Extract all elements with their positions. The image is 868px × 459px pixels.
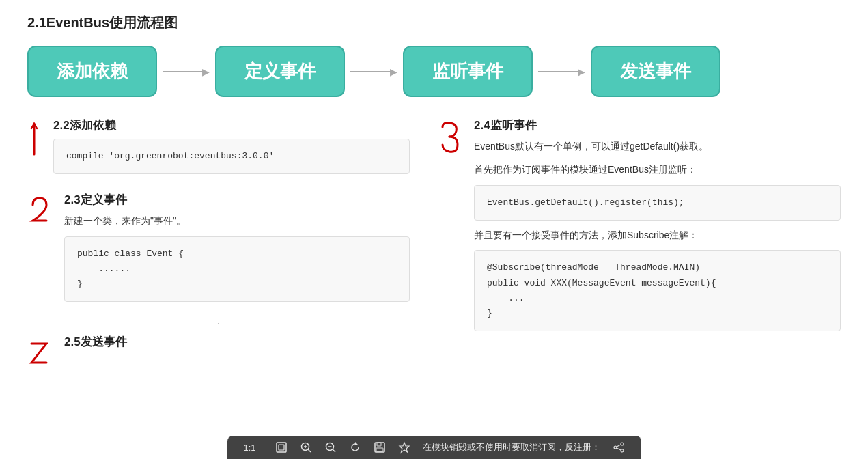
toolbar-description: 在模块销毁或不使用时要取消订阅，反注册：	[423, 441, 600, 454]
number-1-icon	[27, 120, 41, 161]
svg-line-18	[617, 448, 621, 450]
flow-arrow-3	[538, 66, 585, 77]
code2-line-4: }	[487, 306, 828, 321]
section-24-desc2: 首先把作为订阅事件的模块通过EventBus注册监听：	[474, 162, 841, 178]
section-23-title: 2.3定义事件	[64, 192, 410, 208]
code2-line-3: ...	[487, 291, 828, 306]
svg-line-5	[308, 449, 311, 452]
section-22: 2.2添加依赖 compile 'org.greenrobot:eventbus…	[27, 117, 410, 181]
bottom-toolbar: 1:1	[227, 436, 641, 459]
save-icon	[374, 441, 386, 454]
svg-line-17	[617, 445, 621, 447]
code2-line-2: public void XXX(MessageEvent messageEven…	[487, 276, 828, 291]
left-column: 2.2添加依赖 compile 'org.greenrobot:eventbus…	[27, 117, 410, 385]
flow-step-2: 定义事件	[215, 46, 345, 97]
svg-marker-9	[355, 442, 358, 445]
section-24-title: 2.4监听事件	[474, 117, 841, 133]
number-2-icon	[27, 195, 52, 238]
star-icon	[398, 441, 410, 454]
share-button[interactable]	[613, 441, 625, 454]
zoom-in-icon	[300, 441, 312, 454]
section-25-body: 2.5发送事件	[64, 334, 410, 355]
num-3-svg	[437, 120, 462, 168]
zoom-out-icon	[324, 441, 337, 454]
svg-rect-1	[279, 445, 284, 450]
flow-step-3: 监听事件	[403, 46, 533, 97]
svg-line-8	[333, 449, 335, 452]
flow-step-1: 添加依赖	[27, 46, 157, 97]
number-3-icon	[437, 120, 462, 171]
flow-diagram: 添加依赖 定义事件 监听事件 发送事件	[27, 46, 841, 97]
section-24: 2.4监听事件 EventBus默认有一个单例，可以通过getDefault()…	[437, 117, 841, 338]
section-23: 2.3定义事件 新建一个类，来作为"事件"。 public class Even…	[27, 192, 410, 309]
share-icon	[613, 441, 625, 454]
section-22-body: 2.2添加依赖 compile 'org.greenrobot:eventbus…	[53, 117, 410, 181]
code-line-1: public class Event {	[77, 247, 397, 262]
svg-point-15	[614, 446, 617, 449]
number-z-icon	[27, 337, 52, 374]
two-column-layout: 2.2添加依赖 compile 'org.greenrobot:eventbus…	[27, 117, 841, 385]
svg-rect-12	[376, 448, 383, 451]
rotate-icon	[349, 441, 361, 454]
fit-screen-icon	[275, 441, 288, 454]
section-25: 2.5发送事件	[27, 334, 410, 374]
page-title: 2.1EventBus使用流程图	[27, 14, 841, 32]
right-column: 2.4监听事件 EventBus默认有一个单例，可以通过getDefault()…	[437, 117, 841, 385]
section-22-code: compile 'org.greenrobot:eventbus:3.0.0'	[53, 139, 410, 174]
section-24-desc1: EventBus默认有一个单例，可以通过getDefault()获取。	[474, 139, 841, 155]
save-button[interactable]	[374, 441, 386, 454]
num-2-svg	[27, 195, 52, 236]
dot-separator: ·	[27, 320, 410, 327]
zoom-out-button[interactable]	[324, 441, 337, 454]
zoom-level[interactable]: 1:1	[244, 443, 263, 453]
section-24-code1: EventBus.getDefault().register(this);	[474, 185, 841, 221]
svg-point-14	[621, 443, 624, 445]
main-content: 2.1EventBus使用流程图 添加依赖 定义事件 监听事件 发送事件 2.2…	[0, 0, 868, 385]
section-23-body: 2.3定义事件 新建一个类，来作为"事件"。 public class Even…	[64, 192, 410, 309]
svg-marker-13	[400, 443, 409, 452]
flow-arrow-2	[350, 66, 397, 77]
section-23-code: public class Event { ...... }	[64, 236, 410, 302]
flow-step-4: 发送事件	[591, 46, 720, 97]
flow-arrow-1	[163, 66, 210, 77]
section-24-desc3: 并且要有一个接受事件的方法，添加Subscribe注解：	[474, 227, 841, 244]
svg-point-16	[621, 449, 624, 452]
code2-line-1: @Subscribe(threadMode = ThreadMode.MAIN)	[487, 260, 828, 275]
rotate-button[interactable]	[349, 441, 361, 454]
section-22-title: 2.2添加依赖	[53, 117, 410, 133]
num-1-svg	[27, 120, 41, 158]
zoom-in-button[interactable]	[300, 441, 312, 454]
fit-screen-button[interactable]	[275, 441, 288, 454]
code-line-3: }	[77, 277, 397, 292]
section-23-description: 新建一个类，来作为"事件"。	[64, 213, 410, 230]
section-25-title: 2.5发送事件	[64, 334, 410, 350]
section-24-body: 2.4监听事件 EventBus默认有一个单例，可以通过getDefault()…	[474, 117, 841, 338]
num-z-svg	[27, 337, 52, 371]
section-24-code2: @Subscribe(threadMode = ThreadMode.MAIN)…	[474, 250, 841, 331]
star-button[interactable]	[398, 441, 410, 454]
svg-rect-0	[277, 443, 286, 452]
code-line-2: ......	[77, 262, 397, 277]
